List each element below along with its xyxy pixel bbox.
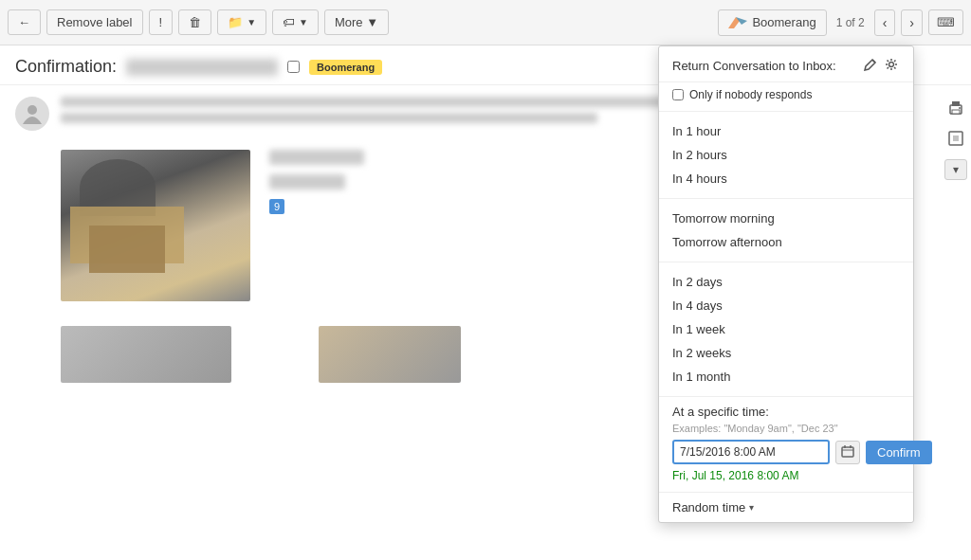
days-section: In 2 days In 4 days In 1 week In 2 weeks… bbox=[659, 262, 913, 397]
keyboard-button[interactable]: ⌨ bbox=[928, 9, 963, 35]
email-text-blurred-1 bbox=[269, 150, 364, 165]
important-button[interactable]: ! bbox=[149, 9, 174, 35]
link-indicator[interactable]: 9 bbox=[269, 199, 284, 214]
email-checkbox[interactable] bbox=[287, 61, 300, 73]
in-4-days-item[interactable]: In 4 days bbox=[659, 294, 913, 317]
tomorrow-afternoon-item[interactable]: Tomorrow afternoon bbox=[659, 230, 913, 254]
dropdown-header: Return Conversation to Inbox: bbox=[659, 46, 913, 82]
expand-message-button[interactable]: ▾ bbox=[944, 159, 967, 180]
resolved-date: Fri, Jul 15, 2016 8:00 AM bbox=[672, 469, 900, 482]
svg-rect-10 bbox=[842, 447, 853, 457]
boomerang-dropdown: Return Conversation to Inbox: bbox=[658, 45, 914, 523]
only-nobody-label: Only if nobody responds bbox=[689, 88, 812, 101]
toolbar: ← Remove label ! 🗑 📁 ▼ 🏷 ▼ More ▼ Boomer… bbox=[0, 0, 971, 45]
thumbnail-1 bbox=[61, 326, 231, 383]
message-line-2 bbox=[61, 113, 597, 123]
print-button[interactable] bbox=[944, 97, 967, 123]
folder-caret: ▼ bbox=[247, 17, 256, 27]
random-time-section[interactable]: Random time ▾ bbox=[659, 493, 913, 522]
in-2-days-item[interactable]: In 2 days bbox=[659, 270, 913, 294]
svg-rect-4 bbox=[952, 101, 960, 106]
email-subject-blurred bbox=[126, 59, 278, 76]
svg-point-6 bbox=[959, 107, 961, 109]
nav-count: 1 of 2 bbox=[833, 16, 869, 29]
dropdown-header-label: Return Conversation to Inbox: bbox=[672, 59, 836, 73]
boomerang-label: Boomerang bbox=[752, 15, 815, 29]
in-4-hours-item[interactable]: In 4 hours bbox=[659, 167, 913, 190]
edit-icon bbox=[864, 58, 877, 71]
nav-prev-button[interactable]: ‹ bbox=[874, 9, 896, 36]
calendar-button[interactable] bbox=[835, 441, 860, 464]
in-1-hour-item[interactable]: In 1 hour bbox=[659, 119, 913, 143]
tomorrow-morning-item[interactable]: Tomorrow morning bbox=[659, 207, 913, 230]
in-2-hours-item[interactable]: In 2 hours bbox=[659, 143, 913, 167]
back-icon: ← bbox=[18, 15, 30, 29]
expand-button[interactable] bbox=[944, 127, 967, 154]
email-image-large bbox=[61, 150, 250, 301]
header-icons bbox=[862, 56, 900, 76]
tag-caret: ▼ bbox=[299, 17, 308, 27]
thumbnail-2 bbox=[319, 326, 461, 383]
keyboard-icon: ⌨ bbox=[937, 15, 955, 29]
specific-time-section: At a specific time: Examples: "Monday 9a… bbox=[659, 397, 913, 493]
remove-label-text: Remove label bbox=[57, 15, 133, 29]
more-label: More ▼ bbox=[335, 15, 378, 29]
boomerang-logo-icon bbox=[728, 15, 747, 30]
in-2-weeks-item[interactable]: In 2 weeks bbox=[659, 341, 913, 365]
confirm-button[interactable]: Confirm bbox=[866, 441, 932, 464]
random-time-caret: ▾ bbox=[749, 502, 754, 513]
random-time-label: Random time bbox=[672, 500, 745, 515]
examples-text: Examples: "Monday 9am", "Dec 23" bbox=[672, 423, 900, 434]
in-1-week-item[interactable]: In 1 week bbox=[659, 317, 913, 341]
hours-section: In 1 hour In 2 hours In 4 hours bbox=[659, 112, 913, 199]
nav-next-button[interactable]: › bbox=[901, 9, 923, 36]
time-input[interactable] bbox=[672, 440, 830, 464]
message-toggle-area: ▾ bbox=[944, 159, 967, 180]
in-1-month-item[interactable]: In 1 month bbox=[659, 365, 913, 388]
avatar bbox=[15, 97, 49, 131]
calendar-icon bbox=[841, 444, 854, 458]
only-nobody-checkbox[interactable] bbox=[672, 89, 684, 100]
right-icon-bar bbox=[944, 97, 967, 154]
remove-label-button[interactable]: Remove label bbox=[46, 9, 143, 35]
gear-icon bbox=[885, 58, 898, 71]
delete-icon: 🗑 bbox=[189, 15, 201, 29]
svg-line-8 bbox=[872, 60, 875, 63]
more-button[interactable]: More ▼ bbox=[324, 9, 389, 35]
svg-point-9 bbox=[889, 63, 894, 67]
boomerang-button[interactable]: Boomerang bbox=[718, 9, 826, 36]
delete-button[interactable]: 🗑 bbox=[178, 9, 211, 35]
only-nobody-row: Only if nobody responds bbox=[659, 82, 913, 112]
edit-settings-button[interactable] bbox=[862, 56, 879, 76]
nav-next-icon: › bbox=[909, 15, 914, 30]
tomorrow-section: Tomorrow morning Tomorrow afternoon bbox=[659, 199, 913, 262]
email-subject-prefix: Confirmation: bbox=[15, 57, 117, 77]
folder-button[interactable]: 📁 ▼ bbox=[217, 9, 266, 35]
boomerang-tag-badge: Boomerang bbox=[309, 60, 382, 75]
back-button[interactable]: ← bbox=[8, 9, 41, 35]
tag-icon: 🏷 bbox=[283, 15, 295, 29]
important-icon: ! bbox=[159, 15, 163, 29]
svg-point-2 bbox=[27, 105, 37, 115]
time-input-row: Confirm bbox=[672, 440, 900, 464]
gear-settings-button[interactable] bbox=[883, 56, 900, 76]
main-area: Confirmation: Boomerang bbox=[0, 45, 971, 560]
email-text-blurred-2 bbox=[269, 174, 345, 190]
nav-prev-icon: ‹ bbox=[883, 15, 888, 30]
svg-rect-5 bbox=[952, 110, 960, 114]
tag-button[interactable]: 🏷 ▼ bbox=[272, 9, 319, 35]
specific-time-label: At a specific time: bbox=[672, 405, 900, 419]
folder-icon: 📁 bbox=[228, 15, 243, 29]
